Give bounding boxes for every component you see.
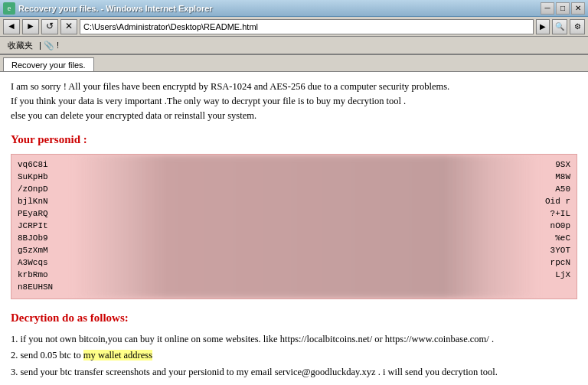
toolbar: 收藏夹 | 📎 ! xyxy=(0,37,588,55)
intro-line2: If you think your data is very important… xyxy=(11,96,406,106)
step-2: 2. send 0.05 btc to my wallet address xyxy=(11,348,577,363)
personid-row: krbRmoLjX xyxy=(18,269,570,282)
pid-prefix-4: PEyaRQ xyxy=(18,208,48,220)
pid-prefix-2: /zOnpD xyxy=(18,184,48,196)
personid-row: JCRPItnO0p xyxy=(18,220,570,233)
window-title: Recovery your files. - Windows Internet … xyxy=(18,4,541,13)
pid-suffix-0: 9SX xyxy=(555,159,570,171)
page-content: I am so sorry ! All your files have been… xyxy=(0,72,588,385)
pid-suffix-5: nO0p xyxy=(550,220,570,233)
title-bar: e Recovery your files. - Windows Interne… xyxy=(0,0,588,17)
pid-prefix-9: krbRmo xyxy=(18,269,48,282)
personid-row: 8BJOb9%eC xyxy=(18,233,570,245)
go-button[interactable]: ▶ xyxy=(536,19,550,34)
forward-button[interactable]: ► xyxy=(22,19,39,34)
refresh-button[interactable]: ↺ xyxy=(41,19,58,34)
personid-row: g5zXmM3YOT xyxy=(18,245,570,257)
personid-row: /zOnpDA50 xyxy=(18,184,570,196)
steps-block: 1. if you not own bitcoin,you can buy it… xyxy=(11,332,577,380)
close-button[interactable]: ✕ xyxy=(571,2,585,15)
intro-line1: I am so sorry ! All your files have been… xyxy=(11,81,449,92)
pid-suffix-3: Oid r xyxy=(545,196,570,208)
intro-block: I am so sorry ! All your files have been… xyxy=(11,80,577,122)
back-button[interactable]: ◄ xyxy=(3,19,20,34)
tab-bar: Recovery your files. xyxy=(0,55,588,72)
personid-row: PEyaRQ?+IL xyxy=(18,208,570,220)
step-3: 3. send your btc transfer screenshots an… xyxy=(11,365,577,380)
personid-row: n8EUHSN xyxy=(18,282,570,294)
window-controls[interactable]: ─ □ ✕ xyxy=(541,2,585,15)
pid-prefix-1: SuKpHb xyxy=(18,171,48,184)
personid-row: A3WcqsrpcN xyxy=(18,257,570,269)
pid-prefix-8: A3Wcqs xyxy=(18,257,48,269)
pid-prefix-6: 8BJOb9 xyxy=(18,233,48,245)
pid-prefix-7: g5zXmM xyxy=(18,245,48,257)
toolbar-separator: | 📎 ! xyxy=(39,41,59,51)
pid-prefix-0: vq6C8i xyxy=(18,159,48,171)
personid-row: bjlKnNOid r xyxy=(18,196,570,208)
pid-prefix-3: bjlKnN xyxy=(18,196,48,208)
tab-label: Recovery your files. xyxy=(11,60,86,70)
zoom-button[interactable]: 🔍 xyxy=(552,19,567,34)
pid-prefix-10: n8EUHSN xyxy=(18,282,53,294)
pid-prefix-5: JCRPIt xyxy=(18,220,48,233)
window-icon: e xyxy=(3,2,15,15)
pid-suffix-7: 3YOT xyxy=(550,245,570,257)
intro-line3: else you can delete your encrypted data … xyxy=(11,110,256,121)
personid-row: vq6C8i9SX xyxy=(18,159,570,171)
personid-row: SuKpHbM8W xyxy=(18,171,570,184)
step-1: 1. if you not own bitcoin,you can buy it… xyxy=(11,332,577,347)
active-tab[interactable]: Recovery your files. xyxy=(3,57,94,71)
wallet-highlight: my wallet address xyxy=(83,350,152,361)
pid-suffix-8: rpcN xyxy=(550,257,570,269)
decryption-heading: Decrytion do as follows: xyxy=(11,310,577,326)
minimize-button[interactable]: ─ xyxy=(541,2,554,15)
pid-suffix-6: %eC xyxy=(555,233,570,245)
tools-button[interactable]: ⚙ xyxy=(570,19,585,34)
stop-button[interactable]: ✕ xyxy=(60,19,77,34)
pid-suffix-9: LjX xyxy=(555,269,570,282)
maximize-button[interactable]: □ xyxy=(556,2,570,15)
pid-suffix-4: ?+IL xyxy=(550,208,570,220)
pid-suffix-1: M8W xyxy=(555,171,570,184)
address-bar: ◄ ► ↺ ✕ ▶ 🔍 ⚙ xyxy=(0,17,588,37)
personid-block: vq6C8i9SX SuKpHbM8W /zOnpDA50 bjlKnNOid … xyxy=(11,154,577,299)
personid-heading: Your personid : xyxy=(11,132,577,148)
pid-suffix-2: A50 xyxy=(555,184,570,196)
favorites-button[interactable]: 收藏夹 xyxy=(5,38,36,53)
address-input[interactable] xyxy=(80,19,534,34)
